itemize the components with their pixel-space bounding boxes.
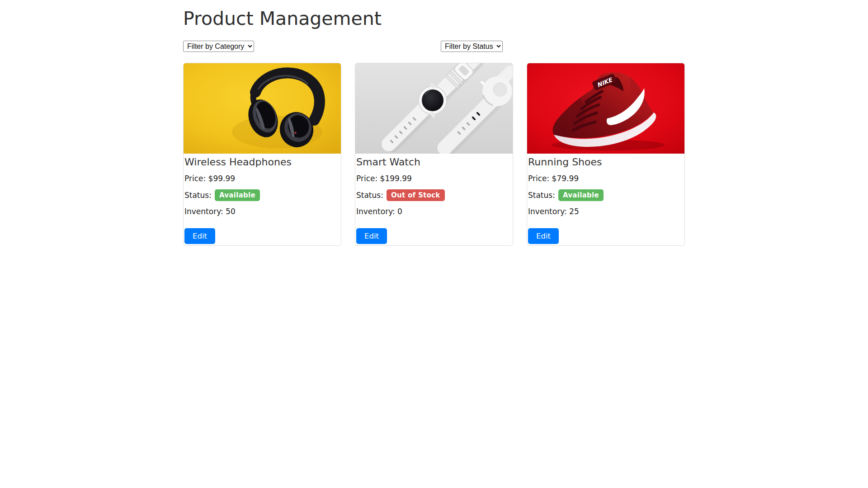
product-card-smart-watch: Smart Watch Price: $199.99 Status:Out of… xyxy=(355,63,513,246)
product-status-line: Status:Available xyxy=(184,189,340,202)
edit-button[interactable]: Edit xyxy=(356,228,387,244)
page-title: Product Management xyxy=(183,8,685,30)
inventory-value: 0 xyxy=(397,207,402,216)
products-grid: Wireless Headphones Price: $99.99 Status… xyxy=(183,63,685,246)
card-body: Wireless Headphones Price: $99.99 Status… xyxy=(184,156,341,245)
status-label: Status: xyxy=(356,191,383,200)
inventory-label: Inventory: xyxy=(184,207,223,216)
price-value: $79.99 xyxy=(552,174,579,183)
inventory-value: 50 xyxy=(226,207,236,216)
status-badge: Out of Stock xyxy=(387,189,445,202)
product-inventory-line: Inventory: 0 xyxy=(356,207,512,216)
inventory-label: Inventory: xyxy=(528,207,567,216)
product-name: Wireless Headphones xyxy=(184,156,340,168)
product-name: Running Shoes xyxy=(528,156,684,168)
product-status-line: Status:Out of Stock xyxy=(356,189,512,202)
right-watch-face xyxy=(482,76,512,106)
product-inventory-line: Inventory: 50 xyxy=(184,207,340,216)
status-badge: Available xyxy=(558,189,604,202)
smart-watch-product-image xyxy=(355,63,513,154)
card-body: Smart Watch Price: $199.99 Status:Out of… xyxy=(355,156,513,245)
product-price-line: Price: $199.99 xyxy=(356,174,512,183)
product-card-running-shoes: NIKE Running Shoes Price: $79.99 Status:… xyxy=(527,63,685,246)
product-name: Smart Watch xyxy=(356,156,512,168)
card-body: Running Shoes Price: $79.99 Status:Avail… xyxy=(527,156,684,245)
running-shoe-product-image: NIKE xyxy=(527,63,684,154)
product-card-wireless-headphones: Wireless Headphones Price: $99.99 Status… xyxy=(183,63,341,246)
status-badge: Available xyxy=(215,189,260,202)
product-status-line: Status:Available xyxy=(528,189,684,202)
product-price-line: Price: $99.99 xyxy=(184,174,340,183)
price-value: $99.99 xyxy=(208,174,235,183)
edit-button[interactable]: Edit xyxy=(184,228,215,244)
price-value: $199.99 xyxy=(380,174,412,183)
price-label: Price: xyxy=(184,174,206,183)
edit-button[interactable]: Edit xyxy=(528,228,559,244)
product-inventory-line: Inventory: 25 xyxy=(528,207,684,216)
price-label: Price: xyxy=(356,174,377,183)
status-filter-select[interactable]: Filter by Status xyxy=(441,41,503,52)
status-label: Status: xyxy=(528,191,555,200)
headphones-product-image xyxy=(184,63,341,154)
main-container: Product Management Filter by Category Fi… xyxy=(183,0,685,246)
category-filter-select[interactable]: Filter by Category xyxy=(183,41,254,52)
status-label: Status: xyxy=(184,191,212,200)
inventory-value: 25 xyxy=(569,207,579,216)
filters-row: Filter by Category Filter by Status xyxy=(183,41,685,52)
price-label: Price: xyxy=(528,174,549,183)
inventory-label: Inventory: xyxy=(356,207,395,216)
product-price-line: Price: $79.99 xyxy=(528,174,684,183)
